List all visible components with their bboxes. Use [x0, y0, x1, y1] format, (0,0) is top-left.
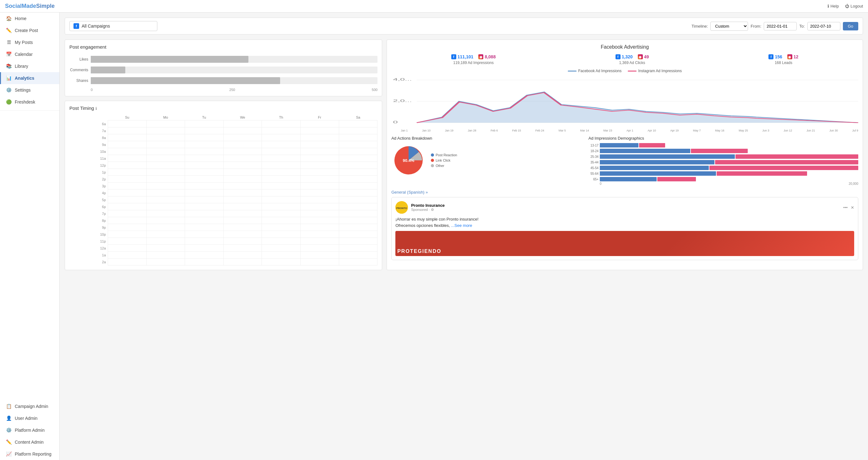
timing-hour-label-12p: 12p — [69, 162, 108, 169]
timeline-select[interactable]: Custom Last 7 Days Last 30 Days Last 90 … — [710, 22, 748, 31]
demo-bar-wrap-13-17 — [600, 143, 858, 147]
pie-chart-svg: 90.4% — [391, 143, 426, 177]
ig-num-2: ◉ 12 — [787, 54, 799, 59]
sponsor-name: Pronto Insurance — [411, 203, 445, 208]
fb-icon-1: f — [616, 54, 621, 59]
timing-row: 3p — [69, 183, 377, 190]
bar-container-likes — [91, 56, 377, 63]
demo-bar-blue-65+ — [600, 177, 657, 182]
demo-row-55-64: 55-64 — [589, 171, 858, 176]
timing-info-icon[interactable]: ℹ — [95, 106, 97, 111]
demo-age-13-17: 13-17 — [589, 144, 598, 147]
help-link[interactable]: ℹ Help — [828, 4, 839, 8]
ig-num-1: ◉ 49 — [638, 54, 649, 59]
logo-highlight: Simple — [36, 3, 55, 9]
left-column: Post engagement Likes Comments Shares 0 … — [65, 39, 382, 270]
timing-cell — [223, 238, 262, 245]
timing-cell — [223, 176, 262, 183]
sidebar-item-platform-admin[interactable]: ⚙️Platform Admin — [0, 424, 59, 436]
timing-cell — [262, 231, 301, 238]
sidebar-item-home[interactable]: 🏠Home — [0, 12, 59, 25]
platform-reporting-icon: 📈 — [6, 451, 11, 457]
timing-cell — [339, 190, 377, 196]
from-date-input[interactable] — [764, 22, 797, 30]
timing-cell — [185, 183, 224, 190]
more-options-icon[interactable]: ••• — [843, 205, 847, 210]
timing-cell — [262, 217, 301, 224]
sidebar-item-library[interactable]: 📚Library — [0, 60, 59, 72]
timing-cell — [223, 259, 262, 265]
campaign-selector[interactable]: f All Campaigns — [69, 21, 157, 31]
timing-cell — [223, 224, 262, 231]
close-icon[interactable]: ✕ — [851, 205, 854, 210]
fb-metric-label-1: 1,369 Ad Clicks — [616, 61, 649, 65]
sponsor-sub: Sponsored · ⚙ — [411, 208, 445, 212]
timing-cell — [146, 217, 185, 224]
fb-metric-numbers-1: f 1,320 ◉ 49 — [616, 54, 649, 59]
logout-link[interactable]: ⏻ Logout — [845, 4, 863, 8]
timing-day-mo: Mo — [146, 114, 185, 121]
demo-age-25-34: 25-34 — [589, 155, 598, 159]
post-engagement-card: Post engagement Likes Comments Shares 0 … — [65, 39, 382, 96]
timing-cell — [339, 162, 377, 169]
sponsored-section-label[interactable]: General (Spanish) » — [391, 190, 858, 195]
sidebar-label-user-admin: User Admin — [15, 416, 37, 421]
to-label: To: — [799, 24, 805, 29]
timing-cell — [185, 155, 224, 162]
timing-cell — [185, 245, 224, 252]
sidebar-item-freshdesk[interactable]: 🟢Freshdesk — [0, 96, 59, 108]
timing-cell — [146, 210, 185, 217]
sponsor-info: Pronto Insurance Sponsored · ⚙ — [411, 203, 445, 212]
timing-cell — [339, 127, 377, 134]
timing-cell — [146, 196, 185, 203]
sidebar-label-library: Library — [15, 64, 28, 69]
timing-cell — [223, 127, 262, 134]
timing-cell — [185, 238, 224, 245]
sidebar-label-my-posts: My Posts — [15, 40, 33, 45]
timing-cell — [339, 245, 377, 252]
timing-cell — [185, 217, 224, 224]
sidebar-item-calendar[interactable]: 📅Calendar — [0, 48, 59, 60]
timing-cell — [339, 231, 377, 238]
timing-cell — [262, 210, 301, 217]
timing-row: 1p — [69, 169, 377, 176]
demo-age-35-44: 35-44 — [589, 161, 598, 164]
timing-cell — [300, 183, 339, 190]
sidebar-item-analytics[interactable]: 📊Analytics — [0, 72, 59, 84]
bar-row-comments: Comments — [69, 67, 377, 73]
timing-cell — [262, 183, 301, 190]
go-button[interactable]: Go — [843, 22, 858, 30]
timing-day-th: Th — [262, 114, 301, 121]
timing-hour-label-11a: 11a — [69, 155, 108, 162]
bar-label-comments: Comments — [69, 68, 88, 72]
bar-label-likes: Likes — [69, 57, 88, 62]
demo-bar-pink-65+ — [657, 177, 696, 182]
timing-cell — [300, 162, 339, 169]
ig-icon-0: ◉ — [478, 54, 483, 59]
sidebar-item-create-post[interactable]: ✏️Create Post — [0, 25, 59, 36]
timing-cell — [223, 203, 262, 210]
sidebar-item-campaign-admin[interactable]: 📋Campaign Admin — [0, 400, 59, 412]
timeline-label: Timeline: — [691, 24, 708, 29]
timing-cell — [108, 224, 147, 231]
top-nav-actions: ℹ Help ⏻ Logout — [828, 4, 863, 8]
demo-title: Ad Impressions Demographics — [589, 136, 858, 140]
sidebar-item-my-posts[interactable]: ☰My Posts — [0, 36, 59, 48]
timing-cell — [300, 141, 339, 148]
pie-section: Ad Actions Breakdown 90.4% — [391, 136, 584, 186]
timing-cell — [108, 245, 147, 252]
main-content: f All Campaigns Timeline: Custom Last 7 … — [60, 12, 868, 460]
sidebar-item-settings[interactable]: ⚙️Settings — [0, 84, 59, 96]
timing-cell — [262, 252, 301, 259]
top-nav: SocialMadeSimple ℹ Help ⏻ Logout — [0, 0, 868, 12]
timing-cell — [185, 203, 224, 210]
see-more-link[interactable]: ...See more — [451, 223, 472, 228]
timing-cell — [146, 162, 185, 169]
sidebar-item-platform-reporting[interactable]: 📈Platform Reporting — [0, 448, 59, 460]
sidebar-item-content-admin[interactable]: ✏️Content Admin — [0, 436, 59, 448]
fb-num-2: f 156 — [769, 54, 782, 59]
to-date-input[interactable] — [807, 22, 840, 30]
pronto-logo-svg: PRONTO — [395, 201, 408, 214]
sidebar-item-user-admin[interactable]: 👤User Admin — [0, 412, 59, 424]
timing-cell — [300, 238, 339, 245]
